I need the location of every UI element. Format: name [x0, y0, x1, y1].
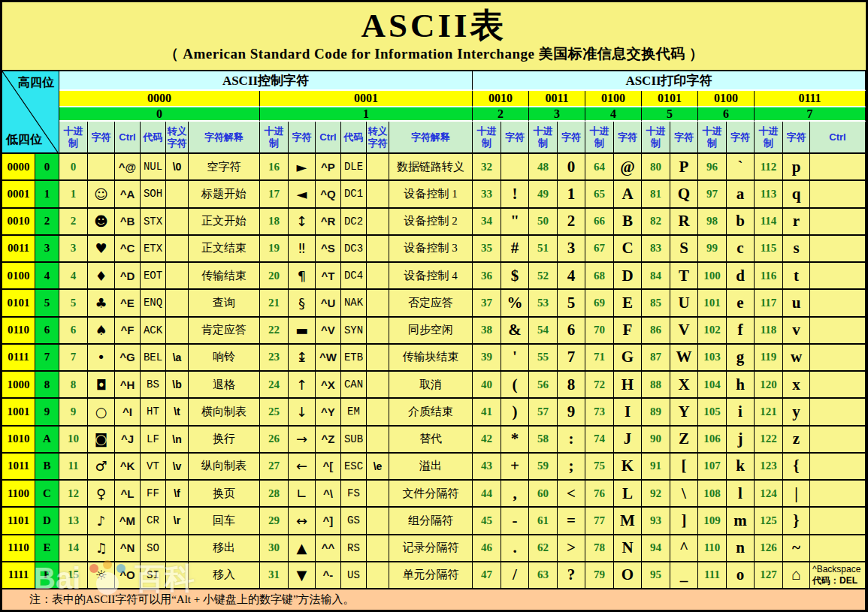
ctrl-1: ^A — [115, 181, 141, 208]
colhdr-char: 字符 — [783, 122, 810, 154]
char-56: 8 — [558, 372, 585, 399]
ctrl-24: ^X — [316, 372, 341, 399]
code-10: LF — [141, 427, 166, 454]
dec-0: 0 — [59, 154, 88, 181]
escape-11: \v — [166, 454, 189, 481]
char-54: 6 — [558, 318, 585, 345]
char-12: ♀ — [88, 481, 115, 508]
explain-30: 记录分隔符 — [389, 535, 473, 562]
char-57: 9 — [558, 399, 585, 426]
code-28: FS — [341, 481, 367, 508]
escape-21 — [367, 290, 389, 317]
colhdr-code: 代码 — [341, 122, 367, 154]
char-99: c — [727, 236, 755, 263]
ctrl-spacer — [810, 454, 866, 481]
dec-24: 24 — [260, 372, 289, 399]
explain-15: 移入 — [189, 562, 260, 589]
char-24: ↑ — [289, 372, 316, 399]
char-123: { — [783, 454, 810, 481]
dec-98: 98 — [698, 209, 727, 236]
escape-3 — [166, 236, 189, 263]
char-6: ♠ — [88, 318, 115, 345]
colhdr-dec: 十进制 — [698, 122, 727, 154]
char-41: ) — [501, 399, 529, 426]
dec-72: 72 — [585, 372, 614, 399]
escape-23 — [367, 345, 389, 372]
row-binary: 0100 — [2, 263, 35, 290]
dec-70: 70 — [585, 318, 614, 345]
dec-37: 37 — [473, 290, 501, 317]
ctrl-4: ^D — [115, 263, 141, 290]
ctrl-11: ^K — [115, 454, 141, 481]
char-0 — [88, 154, 115, 181]
dec-75: 75 — [585, 454, 614, 481]
char-63: ? — [558, 562, 585, 589]
dec-71: 71 — [585, 345, 614, 372]
char-74: J — [614, 427, 642, 454]
char-91: [ — [670, 454, 698, 481]
dec-2: 2 — [59, 209, 88, 236]
dec-97: 97 — [698, 181, 727, 208]
explain-0: 空字符 — [189, 154, 260, 181]
dec-26: 26 — [260, 427, 289, 454]
char-7: • — [88, 345, 115, 372]
char-49: 1 — [558, 181, 585, 208]
explain-13: 回车 — [189, 508, 260, 535]
ctrl-9: ^I — [115, 399, 141, 426]
dec-89: 89 — [642, 399, 670, 426]
col-decimal-3: 3 — [529, 107, 585, 122]
char-11: ♂ — [88, 454, 115, 481]
char-110: n — [727, 535, 755, 562]
escape-25 — [367, 399, 389, 426]
char-2: ☻ — [88, 209, 115, 236]
char-29: ↔ — [289, 508, 316, 535]
char-18: ↕ — [289, 209, 316, 236]
row-binary: 0000 — [2, 154, 35, 181]
colhdr-explain: 字符解释 — [189, 122, 260, 154]
escape-16 — [367, 154, 389, 181]
row-hex: 2 — [35, 209, 59, 236]
char-124: | — [783, 481, 810, 508]
dec-115: 115 — [755, 236, 783, 263]
dec-4: 4 — [59, 263, 88, 290]
escape-26 — [367, 427, 389, 454]
colhdr-ctrl: Ctrl — [810, 122, 866, 154]
char-98: b — [727, 209, 755, 236]
explain-28: 文件分隔符 — [389, 481, 473, 508]
escape-18 — [367, 209, 389, 236]
page-title: ASCII表 — [361, 7, 507, 44]
char-52: 4 — [558, 263, 585, 290]
char-46: . — [501, 535, 529, 562]
code-30: RS — [341, 535, 367, 562]
colhdr-dec: 十进制 — [260, 122, 289, 154]
char-66: B — [614, 209, 642, 236]
dec-114: 114 — [755, 209, 783, 236]
row-binary: 1001 — [2, 399, 35, 426]
colhdr-dec: 十进制 — [529, 122, 558, 154]
colhdr-explain: 字符解释 — [389, 122, 473, 154]
escape-7: \a — [166, 345, 189, 372]
code-25: EM — [341, 399, 367, 426]
ctrl-20: ^T — [316, 263, 341, 290]
ctrl-14: ^N — [115, 535, 141, 562]
colhdr-char: 字符 — [670, 122, 698, 154]
ctrl-19: ^S — [316, 236, 341, 263]
explain-7: 响铃 — [189, 345, 260, 372]
dec-59: 59 — [529, 454, 558, 481]
code-16: DLE — [341, 154, 367, 181]
colhdr-escape: 转义字符 — [166, 122, 189, 154]
char-4: ♦ — [88, 263, 115, 290]
colhdr-dec: 十进制 — [473, 122, 501, 154]
col-decimal-2: 2 — [473, 107, 529, 122]
escape-20 — [367, 263, 389, 290]
row-hex: 5 — [35, 290, 59, 317]
explain-18: 设备控制 2 — [389, 209, 473, 236]
colhdr-dec: 十进制 — [59, 122, 88, 154]
dec-54: 54 — [529, 318, 558, 345]
char-80: P — [670, 154, 698, 181]
char-43: + — [501, 454, 529, 481]
dec-92: 92 — [642, 481, 670, 508]
code-15: SI — [141, 562, 166, 589]
dec-11: 11 — [59, 454, 88, 481]
dec-55: 55 — [529, 345, 558, 372]
